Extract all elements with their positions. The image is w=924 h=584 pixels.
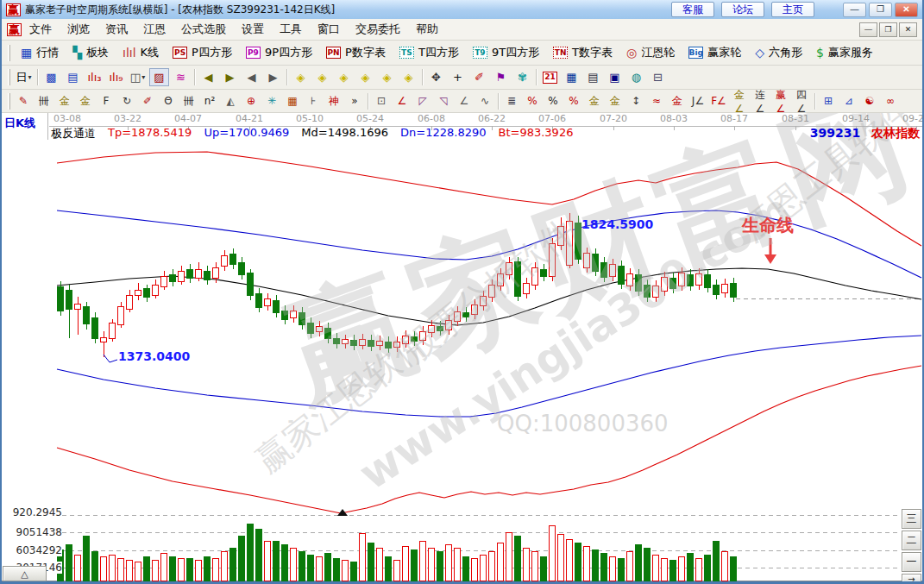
panes-two-button[interactable]: 二 (902, 531, 921, 550)
n-square-icon[interactable]: n² (200, 92, 219, 110)
candle-period-icon[interactable]: ◫▾ (128, 68, 148, 86)
bars-3-icon[interactable]: ılı₃ (85, 68, 104, 86)
web-data-icon[interactable]: ◍ (626, 68, 646, 86)
percent-strike-icon[interactable]: % (523, 92, 542, 110)
p-number-table-button[interactable]: PNP数字表 (319, 42, 393, 63)
menu-window[interactable]: 窗口 (317, 22, 340, 35)
target-red-icon[interactable]: ⊕ (242, 92, 261, 110)
save-icon[interactable]: ▣ (605, 68, 625, 86)
maximize-button[interactable]: ❐ (869, 3, 892, 17)
nav-first-icon[interactable]: ◀ (198, 68, 218, 86)
hand-drag-icon[interactable]: ✥ (426, 68, 446, 86)
menu-help[interactable]: 帮助 (416, 22, 438, 35)
gold-comb-2-icon[interactable]: 金 (76, 92, 95, 110)
homepage-button[interactable]: 主页 (771, 2, 814, 17)
si-angle-icon[interactable]: 四∠ (792, 92, 811, 110)
price-scale-icon[interactable]: ≣ (502, 92, 521, 110)
pattern-red-icon[interactable]: ▨ (149, 68, 169, 86)
color-chart-icon[interactable]: ≋ (171, 68, 191, 86)
f-angle-icon[interactable]: F∠ (709, 92, 728, 110)
ying-angle-icon[interactable]: 赢∠ (771, 92, 790, 110)
quotes-button[interactable]: ▦行情 (14, 42, 66, 63)
gold-line-icon[interactable]: 金 (606, 92, 625, 110)
nav-prev-icon[interactable]: ◀ (242, 68, 261, 86)
t-square-button[interactable]: TST四方形 (393, 42, 466, 63)
calculator-icon[interactable]: ▦ (562, 68, 581, 86)
calendar-icon[interactable]: 21 (540, 68, 560, 86)
infinity-icon[interactable]: ∞ (881, 92, 900, 110)
spiral-icon[interactable]: ↻ (117, 92, 136, 110)
t-number-table-button[interactable]: TNT数字表 (546, 42, 619, 63)
diamond-scroll-right-icon[interactable]: ◈ (312, 68, 332, 86)
crosshair-icon[interactable]: + (448, 68, 468, 86)
document-icon[interactable]: ▤ (63, 68, 83, 86)
quote-marks-icon[interactable]: ⊦ (304, 92, 323, 110)
measure-icon[interactable]: ✐ (469, 68, 489, 86)
box-anchor-icon[interactable]: ⊡ (372, 92, 391, 110)
period-day-dropdown-icon[interactable]: 日▾ (14, 68, 34, 86)
taiji-icon[interactable]: ☯ (860, 92, 879, 110)
knife-icon[interactable]: ✎ (14, 92, 33, 110)
hexagon-button[interactable]: ◇六角形 (748, 42, 809, 63)
wave-channel-icon[interactable]: ≈ (647, 92, 666, 110)
menu-trade-order[interactable]: 交易委托 (355, 22, 400, 35)
lian-angle-icon[interactable]: 连∠ (751, 92, 770, 110)
fan-box-2-icon[interactable]: ◹ (434, 92, 453, 110)
pane-arrow-button[interactable]: → (902, 574, 921, 581)
menu-tools[interactable]: 工具 (280, 22, 302, 35)
star-teal-icon[interactable]: ✳ (262, 92, 281, 110)
9p-square-button[interactable]: P99P四方形 (239, 42, 319, 63)
mirror-icon[interactable]: ◭ (221, 92, 240, 110)
f-comb-icon[interactable]: F (97, 92, 116, 110)
chart-canvas[interactable] (2, 113, 922, 581)
diamond-h-expand-icon[interactable]: ◈ (334, 68, 354, 86)
nav-next-icon[interactable]: ▶ (263, 68, 283, 86)
gold-circle-icon[interactable]: 金 (585, 92, 604, 110)
notes-icon[interactable]: ▤ (583, 68, 603, 86)
grid-color-icon[interactable]: ▦ (283, 92, 302, 110)
shen-red-icon[interactable]: 神 (324, 92, 343, 110)
flag-tool-icon[interactable]: ⚑ (491, 68, 511, 86)
fan-box-1-icon[interactable]: ◸ (413, 92, 432, 110)
corner-triangle-button[interactable]: △ (3, 566, 47, 581)
wave-icon[interactable]: ∿ (475, 92, 494, 110)
mdi-minimize-button[interactable]: — (859, 22, 877, 37)
panes-three-button[interactable]: 三 (902, 509, 921, 529)
grid-highlight-icon[interactable]: ⊞ (819, 92, 838, 110)
winner-service-button[interactable]: $赢家服务 (809, 42, 880, 63)
diamond-scroll-left-icon[interactable]: ◈ (291, 68, 311, 86)
angle-lines-icon[interactable]: ∠ (455, 92, 474, 110)
kline-button[interactable]: ılılK线 (116, 42, 166, 63)
nav-last-icon[interactable]: ▶ (220, 68, 240, 86)
panes-one-button[interactable]: 一 (902, 552, 921, 572)
minimize-button[interactable]: — (843, 3, 866, 17)
bars-9-icon[interactable]: ılı₉ (106, 68, 126, 86)
percent-line-icon[interactable]: % (564, 92, 583, 110)
diamond-h-shrink-icon[interactable]: ◈ (355, 68, 375, 86)
pattern-tool-icon[interactable]: ✾ (512, 68, 532, 86)
forum-button[interactable]: 论坛 (721, 2, 764, 17)
gann-wheel-button[interactable]: ◎江恩轮 (619, 42, 682, 63)
comb-icon[interactable]: 卌 (35, 92, 53, 110)
diamond-v-expand-icon[interactable]: ◈ (377, 68, 397, 86)
customer-service-button[interactable]: 客服 (671, 2, 714, 17)
gold-under-icon[interactable]: 金 (668, 92, 687, 110)
sectors-button[interactable]: ▚板块 (66, 42, 116, 63)
close-button[interactable]: ✕ (895, 3, 918, 17)
candle-mark-icon[interactable]: ↕ (626, 92, 645, 110)
fan-red-icon[interactable]: ∠ (393, 92, 412, 110)
menu-news[interactable]: 资讯 (105, 22, 128, 35)
gold-angle-icon[interactable]: 金∠ (730, 92, 749, 110)
percent-icon[interactable]: % (544, 92, 563, 110)
brush-red-icon[interactable]: ✐ (138, 92, 157, 110)
more-tools-icon[interactable]: » (345, 92, 364, 110)
j-angle-icon[interactable]: J∠ (688, 92, 707, 110)
menu-formula-stock-picking[interactable]: 公式选股 (181, 22, 226, 35)
cycle-circle-icon[interactable]: Θ (159, 92, 178, 110)
menu-settings[interactable]: 设置 (242, 22, 264, 35)
gold-comb-1-icon[interactable]: 金 (55, 92, 74, 110)
menu-browse[interactable]: 浏览 (67, 22, 90, 35)
menu-gann[interactable]: 江恩 (143, 22, 166, 35)
p-square-button[interactable]: PSP四方形 (166, 42, 239, 63)
menu-file[interactable]: 文件 (29, 22, 52, 35)
